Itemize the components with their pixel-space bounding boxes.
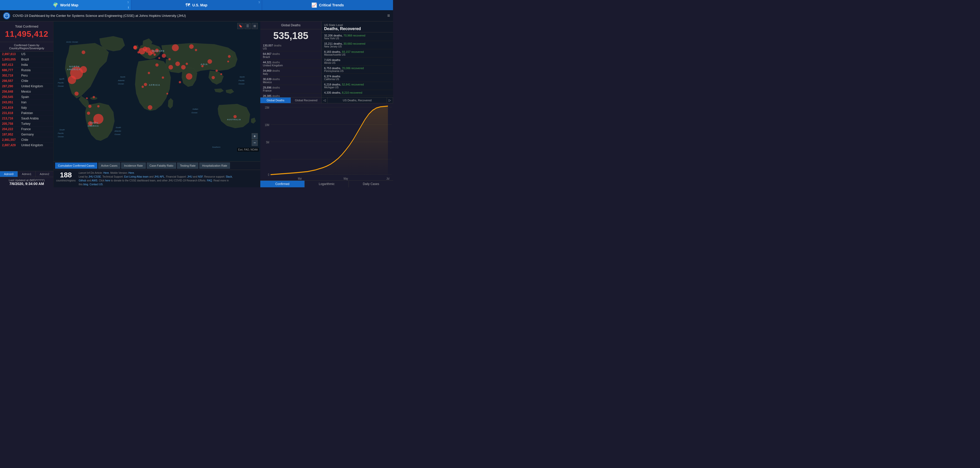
header-bar: COVID-19 Dashboard by the Center for Sys… bbox=[0, 10, 393, 21]
nav-world-map-info: ℹ bbox=[128, 6, 129, 9]
map-tab-incidence-rate[interactable]: Incidence Rate bbox=[121, 162, 145, 169]
admin-tab-0[interactable]: Admin0 bbox=[0, 171, 18, 177]
svg-point-23 bbox=[228, 55, 231, 58]
us-next-arrow[interactable]: ▷ bbox=[387, 97, 393, 103]
jhu-csse-link[interactable]: JHU CSSE bbox=[89, 175, 101, 178]
bottom-info-text: Lancet Inf Dis Article: Here. Mobile Ver… bbox=[79, 171, 258, 186]
country-list-item[interactable]: 213,716Saudi Arabia bbox=[0, 116, 53, 121]
chart-tab-confirmed[interactable]: Confirmed bbox=[260, 181, 305, 187]
countries-count-box: 188 countries/regions bbox=[56, 171, 76, 182]
country-list-item[interactable]: 287,290United Kingdom bbox=[0, 84, 53, 89]
blog-link[interactable]: blog bbox=[83, 183, 88, 186]
grid-btn[interactable]: ⊞ bbox=[251, 23, 258, 29]
svg-text:5M: 5M bbox=[266, 140, 269, 144]
svg-text:May: May bbox=[344, 177, 348, 180]
top-navigation: 🌍 World Map ? ℹ 🗺 U.S. Map ? 📈 Critical … bbox=[0, 0, 393, 10]
country-list-item[interactable]: 250,545Spain bbox=[0, 94, 53, 100]
svg-text:SOUTH: SOUTH bbox=[90, 122, 98, 124]
admin-tab-1[interactable]: Admin1 bbox=[18, 171, 36, 177]
country-list-item[interactable]: 204,222France bbox=[0, 127, 53, 132]
svg-point-12 bbox=[148, 51, 152, 56]
esri-link[interactable]: Esri Living Atlas team bbox=[124, 175, 148, 178]
deaths-list[interactable]: 130,007 deathsUS64,867 deathsBrazil44,32… bbox=[260, 42, 321, 97]
country-list-item[interactable]: 686,777Russia bbox=[0, 68, 53, 73]
bookmark-btn[interactable]: 🔖 bbox=[237, 23, 243, 29]
country-list-item[interactable]: 197,952Germany bbox=[0, 132, 53, 137]
us-prev-arrow[interactable]: ◁ bbox=[321, 97, 328, 103]
list-btn[interactable]: ☰ bbox=[245, 23, 251, 29]
country-list-item[interactable]: 2,887,429United Kingdom bbox=[0, 143, 53, 148]
world-map-icon: 🌍 bbox=[52, 2, 58, 8]
svg-text:North: North bbox=[59, 78, 65, 80]
map-tab-cumulative-confirmed-cases[interactable]: Cumulative Confirmed Cases bbox=[55, 162, 97, 169]
lancet-link[interactable]: Here bbox=[103, 172, 109, 174]
country-list-item[interactable]: 205,758Turkey bbox=[0, 121, 53, 127]
github-link[interactable]: Github bbox=[79, 179, 86, 182]
mobile-link[interactable]: Here bbox=[128, 172, 134, 174]
aws-link[interactable]: AWS bbox=[92, 179, 97, 182]
svg-text:Ocean: Ocean bbox=[239, 83, 245, 85]
deaths-panel: Global Deaths 535,185 130,007 deathsUS64… bbox=[260, 21, 321, 103]
svg-text:NORTH: NORTH bbox=[69, 65, 80, 68]
jhu-apl-link[interactable]: JHU APL bbox=[154, 175, 165, 178]
right-panels: Global Deaths 535,185 130,007 deathsUS64… bbox=[260, 21, 393, 187]
svg-text:North: North bbox=[120, 76, 125, 78]
country-list-item[interactable]: 2,981,557Chile bbox=[0, 137, 53, 143]
svg-point-22 bbox=[207, 59, 212, 64]
nsf-link[interactable]: NSF bbox=[198, 175, 203, 178]
country-list-item[interactable]: 302,718Peru bbox=[0, 73, 53, 78]
nav-critical-trends[interactable]: 📈 Critical Trends bbox=[262, 0, 393, 10]
deaths-tab-global-recovered[interactable]: Global Recovered bbox=[291, 97, 321, 103]
donate-link[interactable]: here bbox=[105, 179, 110, 182]
deaths-tab-global-deaths[interactable]: Global Deaths bbox=[260, 97, 291, 103]
map-tab-active-cases[interactable]: Active Cases bbox=[98, 162, 120, 169]
bottom-info-bar: 188 countries/regions Lancet Inf Dis Art… bbox=[54, 170, 260, 187]
country-list-item[interactable]: 243,051Iran bbox=[0, 100, 53, 105]
nav-us-map[interactable]: 🗺 U.S. Map ? bbox=[131, 0, 262, 10]
nav-world-map[interactable]: 🌍 World Map ? ℹ bbox=[0, 0, 131, 10]
country-list[interactable]: 2,897,613US1,603,055Brazil697,413India68… bbox=[0, 51, 53, 171]
deaths-list-item: 130,007 deathsUS bbox=[260, 43, 321, 51]
us-state-list[interactable]: 32,206 deaths, 70,968 recoveredNew York … bbox=[321, 32, 393, 97]
svg-text:Southern: Southern bbox=[212, 146, 221, 148]
deaths-tab-bar: Global Deaths Global Recovered bbox=[260, 97, 321, 103]
jhu-link[interactable]: JHU bbox=[187, 175, 192, 178]
admin-tab-2[interactable]: Admin2 bbox=[36, 171, 53, 177]
map-tab-testing-rate[interactable]: Testing Rate bbox=[177, 162, 198, 169]
svg-text:10M: 10M bbox=[265, 123, 269, 127]
svg-text:Atlantic: Atlantic bbox=[115, 130, 121, 132]
last-updated-date: 7/6/2020, 9:34:00 AM bbox=[2, 182, 51, 186]
country-list-item[interactable]: 697,413India bbox=[0, 62, 53, 68]
svg-point-4 bbox=[68, 76, 76, 84]
zoom-out-btn[interactable]: − bbox=[251, 140, 258, 146]
country-list-item[interactable]: 2,897,613US bbox=[0, 51, 53, 57]
contact-link[interactable]: Contact US bbox=[89, 183, 103, 186]
country-list-item[interactable]: 256,848Mexico bbox=[0, 89, 53, 94]
deaths-list-item: 30,639 deathsMexico bbox=[260, 76, 321, 85]
svg-point-38 bbox=[169, 58, 171, 60]
country-list-item[interactable]: 1,603,055Brazil bbox=[0, 57, 53, 62]
nav-us-map-label: U.S. Map bbox=[192, 3, 207, 7]
us-state-list-item: 15,211 deaths, 30,660 recoveredNew Jerse… bbox=[321, 41, 393, 49]
svg-text:Ocean: Ocean bbox=[58, 85, 64, 87]
deaths-panel-header: Global Deaths bbox=[260, 21, 321, 29]
zoom-in-btn[interactable]: + bbox=[251, 133, 258, 139]
countries-number: 188 bbox=[56, 171, 76, 179]
country-list-item[interactable]: 231,818Pakistan bbox=[0, 110, 53, 116]
slack-link[interactable]: Slack bbox=[226, 175, 232, 178]
us-state-list-item: 32,206 deaths, 70,968 recoveredNew York … bbox=[321, 33, 393, 41]
hamburger-menu[interactable]: ≡ bbox=[387, 13, 390, 18]
map-tab-case-fatality-ratio[interactable]: Case-Fatality Ratio bbox=[147, 162, 177, 169]
country-list-item[interactable]: 298,557Chile bbox=[0, 78, 53, 84]
map-container[interactable]: 🔖 ☰ ⊞ bbox=[54, 21, 260, 161]
admin-tabs: Admin0 Admin1 Admin2 bbox=[0, 171, 53, 177]
us-tab-deaths-recovered[interactable]: US Deaths, Recovered bbox=[328, 97, 387, 103]
last-updated-label: Last Updated at (M/D/YYYY) bbox=[2, 178, 51, 182]
chart-tab-logarithmic[interactable]: Logarithmic bbox=[305, 181, 349, 187]
faq-link[interactable]: FAQ bbox=[207, 179, 212, 182]
countries-label: countries/regions bbox=[56, 179, 76, 182]
country-list-item[interactable]: 241,819Italy bbox=[0, 105, 53, 110]
map-tab-hospitalization-rate[interactable]: Hospitalization Rate bbox=[199, 162, 230, 169]
chart-tab-daily-cases[interactable]: Daily Cases bbox=[349, 181, 393, 187]
svg-point-20 bbox=[169, 65, 173, 70]
